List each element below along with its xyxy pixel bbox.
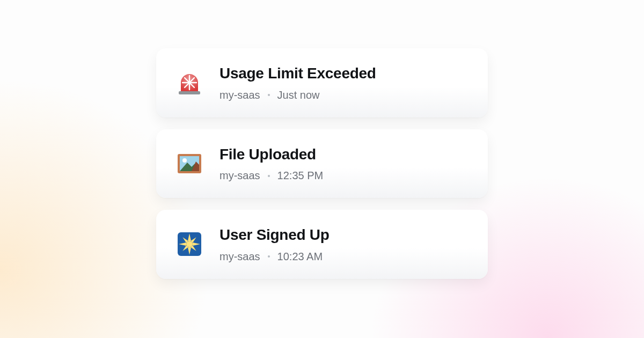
- notification-card[interactable]: File Uploaded my-saas 12:35 PM: [156, 129, 488, 199]
- notification-meta: my-saas Just now: [219, 89, 469, 101]
- notification-meta: my-saas 12:35 PM: [219, 170, 469, 182]
- notification-title: User Signed Up: [219, 226, 469, 244]
- meta-separator: [268, 94, 270, 96]
- svg-point-9: [186, 241, 193, 247]
- notification-meta: my-saas 10:23 AM: [219, 251, 469, 263]
- notification-source: my-saas: [219, 89, 260, 101]
- notification-body: File Uploaded my-saas 12:35 PM: [219, 145, 469, 182]
- picture-icon: [175, 150, 203, 178]
- svg-point-7: [182, 158, 187, 163]
- notification-title: Usage Limit Exceeded: [219, 64, 469, 83]
- svg-rect-0: [179, 91, 200, 94]
- siren-icon: [175, 69, 203, 97]
- notification-title: File Uploaded: [219, 145, 469, 164]
- notification-source: my-saas: [219, 251, 260, 263]
- notification-body: User Signed Up my-saas 10:23 AM: [219, 226, 469, 263]
- notification-card[interactable]: Usage Limit Exceeded my-saas Just now: [156, 48, 488, 117]
- notification-body: Usage Limit Exceeded my-saas Just now: [219, 64, 469, 101]
- notification-time: 12:35 PM: [277, 170, 324, 182]
- notification-card[interactable]: User Signed Up my-saas 10:23 AM: [156, 210, 488, 279]
- notification-time: 10:23 AM: [277, 251, 323, 263]
- meta-separator: [268, 175, 270, 177]
- sparkle-icon: [175, 230, 203, 258]
- notification-source: my-saas: [219, 170, 260, 182]
- notification-feed: Usage Limit Exceeded my-saas Just now Fi…: [156, 48, 488, 279]
- notification-time: Just now: [277, 89, 320, 101]
- meta-separator: [268, 255, 270, 258]
